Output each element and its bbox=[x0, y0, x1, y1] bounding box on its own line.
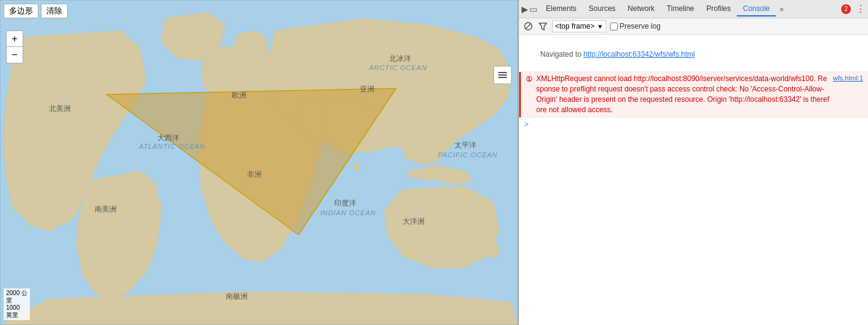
map-toolbar: 多边形 清除 bbox=[4, 4, 68, 18]
devtools-panel: ▶ ▭ Elements Sources Network Timeline Pr… bbox=[518, 0, 868, 325]
devtools-tab-bar: ▶ ▭ Elements Sources Network Timeline Pr… bbox=[519, 0, 868, 18]
scale-label-1: 2000 公 bbox=[6, 290, 27, 297]
tab-elements[interactable]: Elements bbox=[540, 2, 583, 16]
devtools-menu-button[interactable]: ⋮ bbox=[856, 3, 866, 15]
layer-button[interactable] bbox=[493, 66, 512, 84]
svg-rect-1 bbox=[498, 74, 507, 76]
zoom-controls: + − bbox=[6, 30, 23, 63]
scale-label-2: 里 bbox=[6, 297, 27, 304]
nav-text: Navigated to http://localhost:63342/wfs/… bbox=[524, 39, 863, 70]
world-map-svg bbox=[0, 0, 518, 325]
error-count-area: 2 ⋮ bbox=[841, 3, 866, 15]
map-panel: 多边形 清除 + − bbox=[0, 0, 518, 325]
layer-icon bbox=[497, 70, 508, 80]
tab-network[interactable]: Network bbox=[622, 2, 661, 16]
cursor-icon[interactable]: ▶ bbox=[522, 4, 528, 14]
console-toolbar: <top frame> ▼ Preserve log bbox=[519, 18, 868, 35]
console-filter-button[interactable] bbox=[537, 21, 548, 32]
console-output: Navigated to http://localhost:63342/wfs/… bbox=[519, 35, 868, 325]
error-text: XMLHttpRequest cannot load http://localh… bbox=[536, 74, 829, 115]
frame-selector-arrow: ▼ bbox=[597, 23, 603, 30]
tab-profiles[interactable]: Profiles bbox=[700, 2, 737, 16]
preserve-log-checkbox[interactable] bbox=[610, 23, 618, 30]
tab-sources[interactable]: Sources bbox=[583, 2, 622, 16]
preserve-log-text: Preserve log bbox=[620, 22, 661, 30]
zoom-in-button[interactable]: + bbox=[7, 31, 23, 47]
clear-icon bbox=[524, 22, 533, 30]
clear-button[interactable]: 清除 bbox=[41, 4, 68, 18]
frame-selector[interactable]: <top frame> ▼ bbox=[552, 20, 606, 32]
mobile-icon[interactable]: ▭ bbox=[529, 4, 537, 14]
console-error-entry: ① XMLHttpRequest cannot load http://loca… bbox=[519, 72, 868, 117]
preserve-log-label[interactable]: Preserve log bbox=[610, 22, 661, 30]
tab-console[interactable]: Console bbox=[737, 2, 776, 16]
tab-timeline[interactable]: Timeline bbox=[661, 2, 700, 16]
svg-line-6 bbox=[526, 24, 531, 29]
more-tabs-button[interactable]: » bbox=[776, 2, 787, 16]
scale-label-3: 1000 bbox=[6, 304, 27, 312]
error-circle-icon: ① bbox=[526, 74, 533, 85]
svg-marker-7 bbox=[539, 23, 547, 30]
prompt-arrow: > bbox=[524, 120, 529, 129]
console-clear-button[interactable] bbox=[523, 21, 534, 32]
error-badge: 2 bbox=[841, 4, 851, 14]
scale-bar: 2000 公 里 1000 英里 bbox=[4, 288, 30, 320]
scale-label-4: 英里 bbox=[6, 312, 27, 319]
zoom-out-button[interactable]: − bbox=[7, 47, 23, 63]
svg-rect-0 bbox=[498, 72, 507, 73]
filter-icon bbox=[539, 22, 547, 30]
svg-rect-2 bbox=[498, 77, 507, 78]
nav-link[interactable]: http://localhost:63342/wfs/wfs.html bbox=[583, 50, 695, 59]
console-nav-entry: Navigated to http://localhost:63342/wfs/… bbox=[519, 37, 868, 72]
console-prompt-line: > bbox=[519, 118, 868, 130]
error-location[interactable]: wfs.html:1 bbox=[833, 74, 863, 83]
polygon-button[interactable]: 多边形 bbox=[4, 4, 38, 18]
frame-selector-label: <top frame> bbox=[555, 22, 595, 30]
